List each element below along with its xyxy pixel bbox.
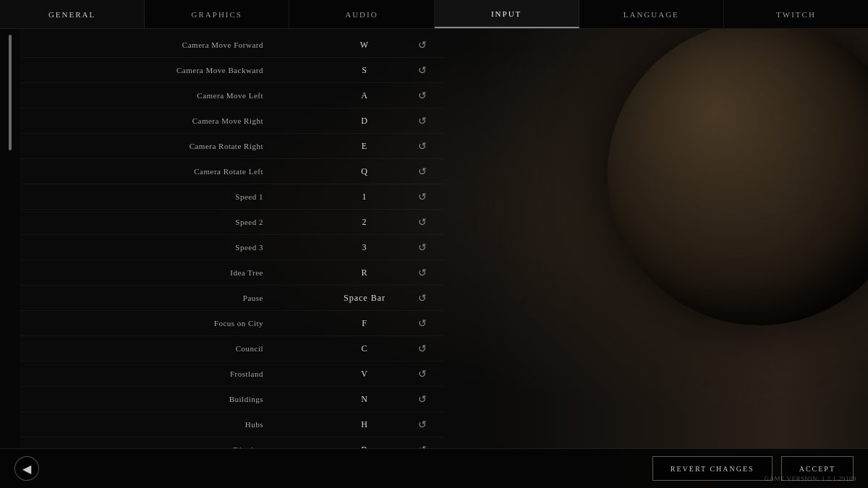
setting-row: Idea TreeR↺ — [20, 260, 444, 286]
setting-reset-icon[interactable]: ↺ — [408, 368, 437, 380]
setting-label: Focus on City — [20, 319, 321, 328]
setting-reset-icon[interactable]: ↺ — [408, 39, 437, 51]
tab-input[interactable]: INPUT — [435, 0, 579, 28]
setting-key-binding[interactable]: W — [321, 40, 408, 51]
setting-row: Camera Rotate RightE↺ — [20, 134, 444, 159]
scroll-track[interactable] — [0, 29, 20, 448]
setting-row: Camera Move BackwardS↺ — [20, 58, 444, 83]
setting-label: Camera Move Backward — [20, 66, 321, 74]
setting-key-binding[interactable]: R — [321, 267, 408, 278]
setting-label: Buildings — [20, 395, 321, 403]
setting-label: Hubs — [20, 420, 321, 429]
setting-label: Camera Move Right — [20, 116, 321, 125]
setting-key-binding[interactable]: D — [321, 116, 408, 127]
setting-key-binding[interactable]: 1 — [321, 192, 408, 202]
right-spacer — [444, 29, 868, 448]
scroll-thumb — [9, 35, 12, 150]
setting-reset-icon[interactable]: ↺ — [408, 90, 437, 102]
setting-key-binding[interactable]: C — [321, 343, 408, 354]
tab-audio[interactable]: AUDIO — [289, 0, 434, 28]
tab-general[interactable]: GENERAL — [0, 0, 145, 28]
setting-reset-icon[interactable]: ↺ — [408, 393, 437, 406]
setting-key-binding[interactable]: Q — [321, 166, 408, 177]
setting-label: Pause — [20, 294, 321, 302]
settings-list: Camera Move ForwardW↺Camera Move Backwar… — [20, 29, 444, 448]
setting-key-binding[interactable]: Space Bar — [321, 293, 408, 304]
setting-key-binding[interactable]: F — [321, 318, 408, 329]
setting-reset-icon[interactable]: ↺ — [408, 292, 437, 304]
setting-label: Camera Rotate Left — [20, 167, 321, 176]
setting-row: DistrictsB↺ — [20, 437, 444, 448]
setting-label: Camera Move Forward — [20, 40, 321, 49]
back-button[interactable]: ◀ — [14, 456, 39, 481]
revert-changes-button[interactable]: REVERT CHANGES — [652, 456, 773, 481]
setting-reset-icon[interactable]: ↺ — [408, 267, 437, 279]
setting-label: Speed 3 — [20, 243, 321, 252]
setting-key-binding[interactable]: H — [321, 419, 408, 430]
setting-reset-icon[interactable]: ↺ — [408, 191, 437, 203]
main-content: Camera Move ForwardW↺Camera Move Backwar… — [0, 29, 868, 448]
setting-reset-icon[interactable]: ↺ — [408, 64, 437, 77]
setting-row: HubsH↺ — [20, 412, 444, 437]
tab-twitch[interactable]: TWITCH — [724, 0, 868, 28]
setting-label: Camera Rotate Right — [20, 142, 321, 150]
version-text: GAME VERSION: 1.2.1.29109 — [764, 475, 856, 482]
tab-graphics[interactable]: GRAPHICS — [145, 0, 289, 28]
setting-reset-icon[interactable]: ↺ — [408, 166, 437, 178]
setting-key-binding[interactable]: N — [321, 394, 408, 405]
setting-reset-icon[interactable]: ↺ — [408, 419, 437, 431]
nav-bar: GENERALGRAPHICSAUDIOINPUTLANGUAGETWITCH — [0, 0, 868, 29]
setting-key-binding[interactable]: V — [321, 369, 408, 380]
setting-reset-icon[interactable]: ↺ — [408, 343, 437, 355]
setting-key-binding[interactable]: S — [321, 65, 408, 76]
setting-row: CouncilC↺ — [20, 336, 444, 361]
setting-reset-icon[interactable]: ↺ — [408, 241, 437, 254]
setting-row: Camera Move RightD↺ — [20, 108, 444, 134]
setting-label: Speed 2 — [20, 218, 321, 226]
bottom-bar: ◀ REVERT CHANGES ACCEPT GAME VERSION: 1.… — [0, 448, 868, 488]
setting-row: PauseSpace Bar↺ — [20, 286, 444, 311]
setting-key-binding[interactable]: E — [321, 141, 408, 152]
setting-label: Camera Move Left — [20, 91, 321, 100]
setting-row: Camera Rotate LeftQ↺ — [20, 159, 444, 184]
setting-key-binding[interactable]: 3 — [321, 242, 408, 253]
setting-label: Idea Tree — [20, 268, 321, 277]
setting-row: FrostlandV↺ — [20, 361, 444, 387]
setting-row: Speed 33↺ — [20, 235, 444, 260]
setting-row: Camera Move LeftA↺ — [20, 83, 444, 108]
setting-label: Frostland — [20, 369, 321, 378]
setting-label: Council — [20, 344, 321, 353]
setting-row: Speed 22↺ — [20, 210, 444, 235]
setting-reset-icon[interactable]: ↺ — [408, 115, 437, 127]
setting-key-binding[interactable]: A — [321, 90, 408, 101]
setting-label: Speed 1 — [20, 192, 321, 201]
setting-reset-icon[interactable]: ↺ — [408, 317, 437, 330]
setting-row: Speed 11↺ — [20, 184, 444, 210]
tab-language[interactable]: LANGUAGE — [579, 0, 724, 28]
setting-row: Focus on CityF↺ — [20, 311, 444, 336]
setting-reset-icon[interactable]: ↺ — [408, 216, 437, 228]
setting-reset-icon[interactable]: ↺ — [408, 140, 437, 153]
setting-key-binding[interactable]: 2 — [321, 217, 408, 228]
setting-row: BuildingsN↺ — [20, 387, 444, 412]
setting-row: Camera Move ForwardW↺ — [20, 33, 444, 58]
